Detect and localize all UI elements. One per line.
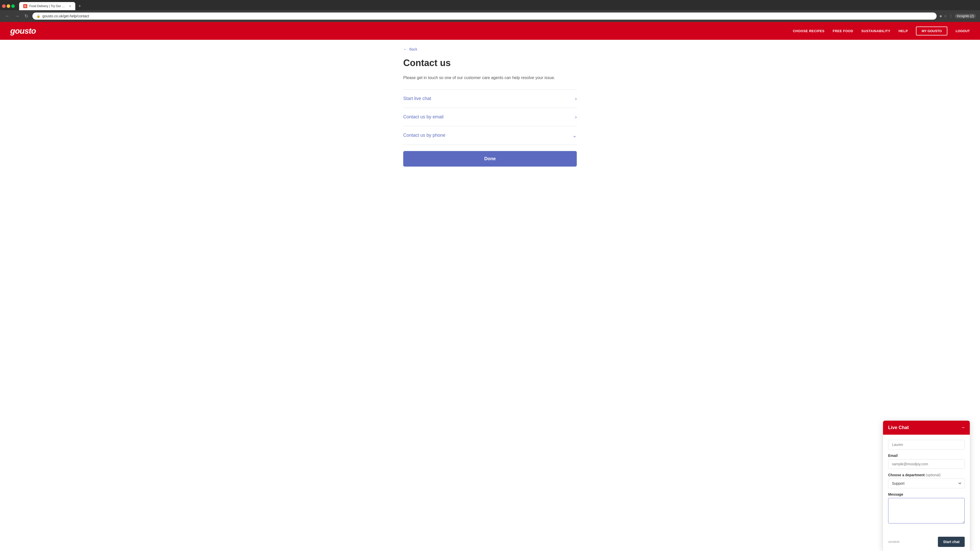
back-nav-button[interactable]: ← [4, 13, 11, 20]
contact-by-email-label: Contact us by email [403, 114, 444, 120]
chat-footer: zendesk Start chat [883, 534, 970, 551]
start-live-chat-option[interactable]: Start live chat › [403, 89, 577, 108]
new-tab-button[interactable]: + [76, 3, 83, 10]
department-label-text: Choose a department [888, 473, 924, 477]
my-gousto-button[interactable]: MY GOUSTO [916, 27, 947, 35]
back-link[interactable]: ← Back [403, 47, 577, 52]
chat-header[interactable]: Live Chat − [883, 421, 970, 435]
address-bar: ← → ↻ 🔒 gousto.co.uk/get-help/contact ■ … [0, 10, 980, 22]
department-select[interactable]: Support Sales Technical [888, 478, 965, 488]
active-tab[interactable]: G Food Delivery | Try Our Recipe × [19, 2, 75, 10]
email-field-group: Email [888, 454, 965, 469]
message-textarea[interactable] [888, 498, 965, 524]
message-label: Message [888, 492, 965, 496]
browser-chrome: G Food Delivery | Try Our Recipe × + ← →… [0, 0, 980, 22]
site-header: gousto CHOOSE RECIPES FREE FOOD SUSTAINA… [0, 22, 980, 40]
tab-favicon: G [23, 4, 27, 8]
department-field-group: Choose a department (optional) Support S… [888, 473, 965, 488]
forward-nav-button[interactable]: → [14, 13, 21, 20]
url-bar[interactable]: 🔒 gousto.co.uk/get-help/contact [32, 13, 937, 20]
live-chat-widget: Live Chat − Email Choose a department (o… [883, 421, 970, 551]
maximize-button[interactable] [11, 4, 15, 8]
main-nav: CHOOSE RECIPES FREE FOOD SUSTAINABILITY … [793, 27, 970, 35]
chevron-down-icon: ⌄ [573, 132, 577, 138]
tab-close-icon[interactable]: × [69, 4, 71, 8]
nav-sustainability[interactable]: SUSTAINABILITY [861, 29, 891, 33]
site-logo[interactable]: gousto [10, 26, 36, 36]
message-field-group: Message [888, 492, 965, 524]
url-text: gousto.co.uk/get-help/contact [42, 14, 932, 18]
close-button[interactable] [2, 4, 6, 8]
start-live-chat-label: Start live chat [403, 96, 431, 101]
back-arrow-icon: ← [403, 47, 407, 52]
incognito-badge: Incognito (2) [955, 14, 976, 18]
department-optional: (optional) [926, 473, 940, 477]
chevron-right-icon-2: › [575, 114, 577, 120]
page-title: Contact us [403, 58, 577, 68]
nav-free-food[interactable]: FREE FOOD [833, 29, 853, 33]
zendesk-label: zendesk [888, 540, 900, 544]
page-description: Please get in touch so one of our custom… [403, 75, 577, 81]
contact-by-phone-option[interactable]: Contact us by phone ⌄ [403, 126, 577, 145]
logout-button[interactable]: LOGOUT [956, 29, 970, 33]
department-label: Choose a department (optional) [888, 473, 965, 477]
contact-options-list: Start live chat › Contact us by email › … [403, 89, 577, 145]
extensions-icon[interactable]: ■ [940, 14, 942, 18]
tab-bar: G Food Delivery | Try Our Recipe × + [0, 0, 980, 10]
nav-help[interactable]: HELP [899, 29, 908, 33]
chat-minimize-icon[interactable]: − [962, 425, 965, 430]
contact-by-phone-label: Contact us by phone [403, 133, 445, 138]
nav-choose-recipes[interactable]: CHOOSE RECIPES [793, 29, 824, 33]
main-layout: ← Back Contact us Please get in touch so… [0, 40, 980, 551]
done-button[interactable]: Done [403, 151, 577, 167]
email-label: Email [888, 454, 965, 457]
back-section: ← Back [403, 45, 577, 52]
chevron-right-icon: › [575, 96, 577, 102]
tab-title: Food Delivery | Try Our Recipe [29, 4, 67, 8]
name-input[interactable] [888, 440, 965, 449]
back-label: Back [409, 47, 417, 51]
chat-body: Email Choose a department (optional) Sup… [883, 435, 970, 534]
minimize-button[interactable] [6, 4, 10, 8]
chat-title: Live Chat [888, 425, 909, 430]
contact-by-email-option[interactable]: Contact us by email › [403, 108, 577, 126]
start-chat-button[interactable]: Start chat [938, 537, 965, 547]
address-actions: ■ ☆ ⋮ Incognito (2) [940, 14, 976, 18]
email-input[interactable] [888, 459, 965, 469]
reload-button[interactable]: ↻ [24, 12, 29, 20]
menu-icon[interactable]: ⋮ [949, 14, 953, 18]
bookmark-icon[interactable]: ☆ [944, 14, 947, 18]
lock-icon: 🔒 [37, 14, 40, 18]
content-area: ← Back Contact us Please get in touch so… [403, 45, 577, 545]
name-field [888, 440, 965, 449]
